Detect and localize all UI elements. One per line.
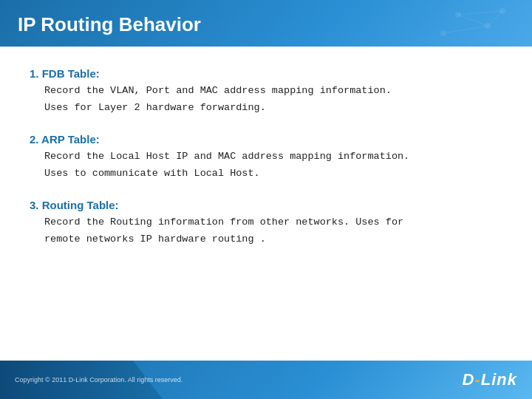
fdb-body: Record the VLAN, Port and MAC address ma… [30,83,502,117]
routing-title: 3. Routing Table: [30,199,502,211]
footer-logo: D-Link [463,370,517,389]
section-arp: 2. ARP Table: Record the Local Host IP a… [30,133,502,183]
routing-body: Record the Routing information from othe… [30,214,502,248]
fdb-title: 1. FDB Table: [30,67,502,80]
footer-copyright: Copyright © 2011 D-Link Corporation. All… [15,376,183,383]
arp-title: 2. ARP Table: [30,133,502,146]
main-content: 1. FDB Table: Record the VLAN, Port and … [0,47,532,279]
header: IP Routing Behavior [0,0,532,47]
arp-body: Record the Local Host IP and MAC address… [30,149,502,183]
section-routing: 3. Routing Table: Record the Routing inf… [30,199,502,248]
section-fdb: 1. FDB Table: Record the VLAN, Port and … [30,67,502,117]
footer: Copyright © 2011 D-Link Corporation. All… [0,361,532,399]
page-title: IP Routing Behavior [18,13,514,36]
